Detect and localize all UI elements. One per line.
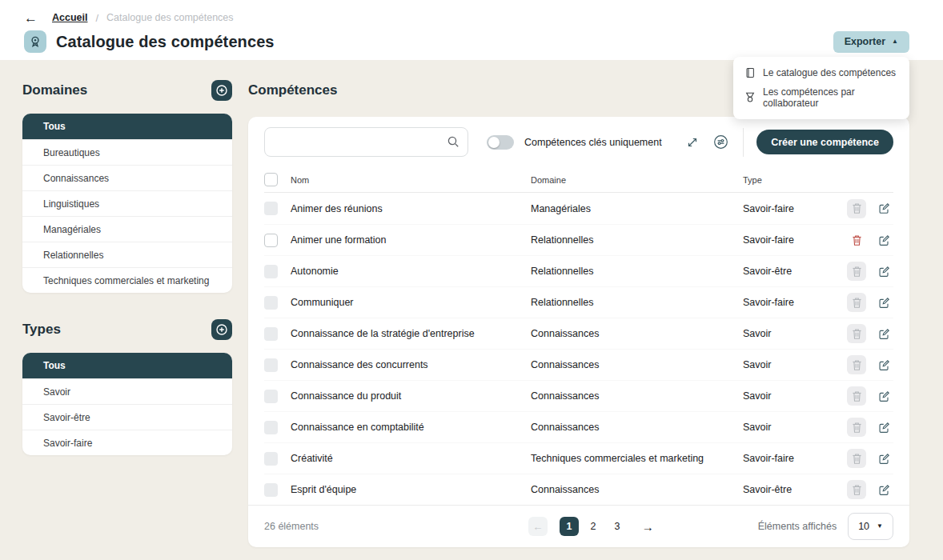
- edit-button[interactable]: [874, 293, 893, 312]
- next-page-button[interactable]: →: [642, 520, 654, 534]
- trash-icon: [852, 422, 862, 434]
- add-type-button[interactable]: [211, 319, 232, 340]
- edit-button[interactable]: [874, 230, 893, 250]
- export-menu-item[interactable]: Les compétences par collaborateur: [733, 82, 909, 113]
- add-domain-button[interactable]: [211, 80, 232, 101]
- page-button[interactable]: 1: [560, 517, 579, 536]
- edit-button[interactable]: [874, 449, 893, 468]
- type-filter-item[interactable]: Savoir-être: [22, 404, 232, 430]
- row-checkbox: [264, 452, 278, 466]
- domain-filter-item[interactable]: Bureautiques: [22, 139, 232, 165]
- trash-icon: [852, 266, 862, 278]
- type-filter-item[interactable]: Savoir-faire: [22, 430, 232, 455]
- edit-button[interactable]: [874, 262, 893, 281]
- medal-icon: [24, 30, 46, 53]
- edit-button[interactable]: [874, 355, 893, 374]
- cell-nom: Connaissance en comptabilité: [291, 422, 531, 433]
- edit-button[interactable]: [874, 199, 893, 218]
- cell-nom: Communiquer: [291, 297, 531, 308]
- page-size-select[interactable]: 10 ▼: [848, 513, 893, 540]
- table-row: Créativité Techniques commerciales et ma…: [264, 442, 893, 474]
- edit-pencil-icon: [878, 484, 890, 496]
- cell-domaine: Relationnelles: [531, 297, 743, 308]
- cell-type: Savoir-faire: [743, 297, 847, 308]
- export-button[interactable]: Exporter ▲: [833, 31, 909, 53]
- cell-nom: Animer une formation: [291, 234, 531, 246]
- export-dropdown-menu: Le catalogue des compétences Les compéte…: [733, 57, 909, 119]
- column-settings-button[interactable]: [710, 131, 732, 153]
- cell-nom: Esprit d'équipe: [291, 484, 531, 495]
- row-checkbox[interactable]: [264, 234, 278, 247]
- table-row: Esprit d'équipe Connaissances Savoir-êtr…: [264, 474, 893, 505]
- domain-filter-item[interactable]: Linguistiques: [22, 190, 232, 216]
- table-toolbar: Compétences clés uniquement: [248, 117, 909, 167]
- expand-icon: [686, 136, 699, 149]
- domains-filter-list: TousBureautiquesConnaissancesLinguistiqu…: [22, 114, 232, 293]
- export-button-label: Exporter: [845, 36, 885, 47]
- plus-circle-icon: [215, 84, 228, 97]
- cell-domaine: Connaissances: [531, 359, 743, 370]
- cell-domaine: Managériales: [531, 203, 743, 214]
- search-input[interactable]: [264, 127, 468, 157]
- column-header-type: Type: [743, 175, 847, 185]
- total-count: 26 éléments: [264, 521, 424, 532]
- cell-domaine: Relationnelles: [531, 234, 743, 246]
- trash-icon: [852, 390, 862, 402]
- domain-filter-item[interactable]: Relationnelles: [22, 242, 232, 267]
- create-competence-button[interactable]: Créer une compétence: [756, 130, 893, 154]
- filter-item-label: Managériales: [43, 224, 101, 235]
- filter-item-label: Linguistiques: [43, 198, 99, 210]
- select-all-checkbox[interactable]: [264, 173, 278, 186]
- filter-item-label: Savoir-faire: [43, 438, 92, 449]
- row-checkbox: [264, 327, 278, 341]
- back-arrow-icon[interactable]: ←: [24, 11, 38, 25]
- delete-button: [847, 324, 866, 343]
- edit-pencil-icon: [878, 297, 890, 309]
- cell-nom: Connaissance du produit: [291, 390, 531, 402]
- key-competences-toggle[interactable]: [487, 135, 514, 150]
- cell-type: Savoir: [743, 422, 847, 433]
- row-checkbox: [264, 296, 278, 310]
- edit-button[interactable]: [874, 324, 893, 343]
- trash-icon: [852, 297, 862, 309]
- delete-button: [847, 480, 866, 499]
- toolbar-divider: [743, 128, 744, 157]
- edit-button[interactable]: [874, 418, 893, 437]
- table-row: Connaissance du produit Connaissances Sa…: [264, 380, 893, 411]
- table-row: Autonomie Relationnelles Savoir-être: [264, 255, 893, 286]
- domain-filter-item[interactable]: Managériales: [22, 216, 232, 242]
- type-filter-item[interactable]: Savoir: [22, 378, 232, 404]
- page-title: Catalogue des compétences: [56, 33, 275, 51]
- domain-filter-item[interactable]: Tous: [22, 114, 232, 139]
- cell-domaine: Techniques commerciales et marketing: [531, 453, 743, 464]
- delete-button: [847, 293, 866, 312]
- domain-filter-item[interactable]: Connaissances: [22, 165, 232, 190]
- trash-icon: [852, 234, 862, 246]
- type-filter-item[interactable]: Tous: [22, 353, 232, 378]
- export-menu-item[interactable]: Le catalogue des compétences: [733, 63, 909, 82]
- row-checkbox: [264, 358, 278, 372]
- page-button[interactable]: 3: [608, 517, 627, 536]
- competences-table: Nom Domaine Type Animer des réunions Man…: [248, 167, 909, 505]
- table-row: Animer une formation Relationnelles Savo…: [264, 224, 893, 255]
- edit-button[interactable]: [874, 480, 893, 499]
- domains-section-title: Domaines: [22, 82, 87, 98]
- cell-nom: Connaissance des concurrents: [291, 359, 531, 370]
- toggle-knob: [488, 137, 500, 148]
- delete-button[interactable]: [847, 230, 866, 250]
- cell-type: Savoir: [743, 359, 847, 370]
- domain-filter-item[interactable]: Techniques commerciales et marketing: [22, 267, 232, 293]
- top-header: ← Accueil / Catalogue des compétences Ca…: [0, 0, 943, 60]
- edit-button[interactable]: [874, 386, 893, 406]
- row-checkbox: [264, 202, 278, 215]
- delete-button: [847, 199, 866, 218]
- cell-type: Savoir-faire: [743, 453, 847, 464]
- row-checkbox: [264, 421, 278, 434]
- page-button[interactable]: 2: [584, 517, 603, 536]
- export-menu-item-label: Le catalogue des compétences: [763, 67, 896, 78]
- search-icon: [447, 135, 459, 148]
- row-checkbox: [264, 265, 278, 278]
- breadcrumb-home-link[interactable]: Accueil: [52, 12, 87, 23]
- expand-table-button[interactable]: [683, 133, 702, 152]
- book-icon: [744, 67, 756, 78]
